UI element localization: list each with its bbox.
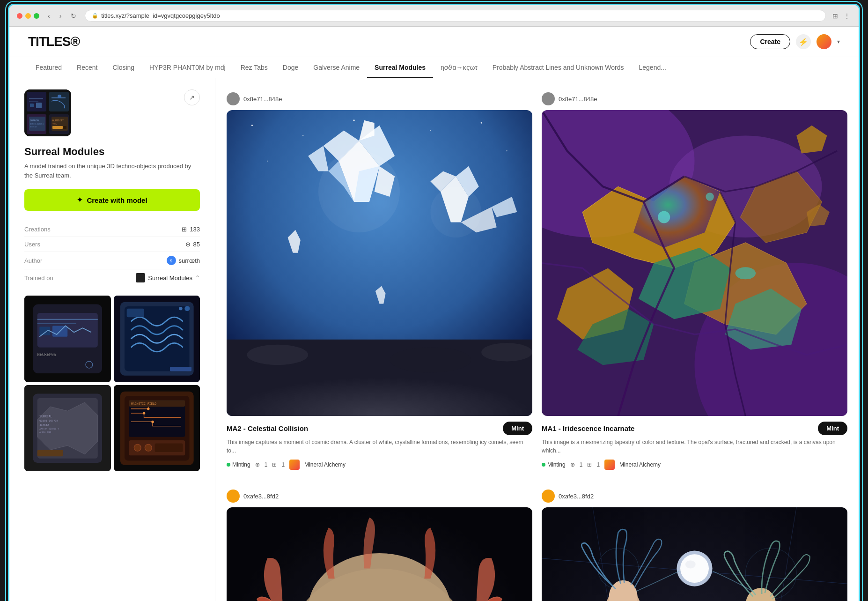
trained-label: Trained on <box>24 275 53 282</box>
creations-icon: ⊞ <box>182 226 187 233</box>
card-2-mint-button[interactable]: Mint <box>818 422 847 435</box>
user-menu-chevron[interactable]: ▾ <box>837 38 840 45</box>
card-1-avatar <box>227 92 240 105</box>
svg-text:03503.067754: 03503.067754 <box>30 123 44 125</box>
user-avatar[interactable] <box>817 34 831 49</box>
card-2-title-row: MA1 - Iridescence Incarnate Mint <box>542 422 847 435</box>
card-2-description: This image is a mesmerizing tapestry of … <box>542 438 847 455</box>
trained-value: Surreal Modules ⌃ <box>136 273 200 282</box>
sidebar-grid-item-1[interactable]: NECREP0S <box>24 296 111 382</box>
sidebar-toggle[interactable]: ⋮ <box>843 11 851 21</box>
svg-point-101 <box>685 560 696 568</box>
svg-point-56 <box>145 444 152 451</box>
card-2-collection: Mineral Alchemy <box>619 461 661 468</box>
forward-button[interactable]: › <box>57 11 65 21</box>
create-model-button[interactable]: ✦ Create with model <box>24 189 200 211</box>
app-logo: TITLES® <box>28 34 80 49</box>
create-header-button[interactable]: Create <box>750 34 790 49</box>
mint-status-dot <box>227 463 230 467</box>
card-4-svg <box>542 507 847 601</box>
card-4-image-area[interactable] <box>542 507 847 601</box>
browser-chrome: ‹ › ↻ 🔒 titles.xyz/?sample_id=vgvqtgcoep… <box>9 5 859 27</box>
card-1-collection-thumb <box>289 460 300 470</box>
svg-text:AAFYAN.DEC000.Y: AAFYAN.DEC000.Y <box>39 428 59 430</box>
svg-rect-7 <box>30 104 34 107</box>
nav-item-galverse[interactable]: Galverse Anime <box>306 57 367 78</box>
card-1-minting-badge: Minting <box>227 461 250 468</box>
refresh-button[interactable]: ↻ <box>68 11 79 21</box>
tab-new-button[interactable]: ⊞ <box>831 11 839 21</box>
svg-rect-8 <box>36 103 42 108</box>
card-2-title: MA1 - Iridescence Incarnate <box>542 424 634 432</box>
svg-text:AFAN: 819: AFAN: 819 <box>39 431 51 433</box>
nav-item-closing[interactable]: Closing <box>105 57 142 78</box>
card-2-image-area[interactable] <box>542 110 847 416</box>
card-2-svg <box>542 110 847 416</box>
svg-text:SURREAL: SURREAL <box>39 415 52 418</box>
card-1-svg <box>227 110 532 416</box>
close-dot[interactable] <box>17 13 22 19</box>
url-text: titles.xyz/?sample_id=vgvqtgcoepgigey5lt… <box>101 12 220 19</box>
browser-nav: ‹ › ↻ <box>45 11 79 21</box>
card-4-user: 0xafe3...8fd2 <box>542 485 847 507</box>
nav-item-surreal[interactable]: Surreal Modules <box>367 57 433 78</box>
nav-item-doge[interactable]: Doge <box>275 57 306 78</box>
card-4-avatar <box>542 490 555 503</box>
back-button[interactable]: ‹ <box>45 11 53 21</box>
card-1-mint-button[interactable]: Mint <box>503 422 532 435</box>
sidebar-grid-item-3[interactable]: SURREAL 03503.067734 434642 AAFYAN.DEC00… <box>24 385 111 472</box>
card-2-status: Minting <box>547 461 566 468</box>
svg-rect-92 <box>227 507 532 601</box>
nav-item-rez[interactable]: Rez Tabs <box>233 57 275 78</box>
svg-text:434642: 434642 <box>30 126 37 128</box>
minimize-dot[interactable] <box>25 13 31 19</box>
card-2-body: MA1 - Iridescence Incarnate Mint This im… <box>542 416 847 475</box>
lightning-icon-button[interactable]: ⚡ <box>796 34 811 49</box>
card-2-forks: 1 <box>596 461 600 468</box>
share-button[interactable]: ↗ <box>184 89 200 105</box>
browser-window: ‹ › ↻ 🔒 titles.xyz/?sample_id=vgvqtgcoep… <box>8 4 860 601</box>
create-model-label: Create with model <box>87 196 147 204</box>
sparkle-icon: ✦ <box>77 196 83 204</box>
trained-thumb <box>136 273 145 282</box>
collapse-button[interactable]: ⌃ <box>195 275 200 281</box>
sidebar-image-grid: NECREP0S <box>24 296 200 471</box>
app-nav: Featured Recent Closing HYP3R PHANT0M by… <box>9 57 859 78</box>
card-celestial: 0x8e71...848e <box>227 88 532 475</box>
nav-item-recent[interactable]: Recent <box>69 57 105 78</box>
card-2-like-icon: ⊕ <box>570 461 575 468</box>
card-4-username: 0xafe3...8fd2 <box>559 493 594 500</box>
svg-point-67 <box>247 345 309 365</box>
card-2-meta: Minting ⊕ 1 ⊞ 1 Mineral Alchemy <box>542 460 847 470</box>
card-iridescence: 0x8e71...848e <box>542 88 847 475</box>
grid-image-3-svg: SURREAL 03503.067734 434642 AAFYAN.DEC00… <box>24 385 111 472</box>
svg-point-71 <box>430 186 481 237</box>
card-3-image-area[interactable] <box>227 507 532 601</box>
users-value: ⊕ 85 <box>185 241 200 248</box>
card-2-collection-thumb <box>604 460 615 470</box>
nav-item-hyp3r[interactable]: HYP3R PHANT0M by mdj <box>142 57 233 78</box>
card-2-fork-icon: ⊞ <box>587 461 592 468</box>
card-skull: 0xafe3...8fd2 <box>227 485 532 601</box>
svg-point-70 <box>318 151 400 232</box>
card-1-body: MA2 - Celestial Collision Mint This imag… <box>227 416 532 475</box>
maximize-dot[interactable] <box>34 13 39 19</box>
sidebar-grid-item-2[interactable] <box>114 296 200 382</box>
browser-actions: ⊞ ⋮ <box>831 11 851 21</box>
svg-rect-35 <box>169 367 191 371</box>
card-1-image-area[interactable] <box>227 110 532 416</box>
nav-item-featured[interactable]: Featured <box>28 57 69 78</box>
users-label: Users <box>24 241 40 248</box>
address-bar[interactable]: 🔒 titles.xyz/?sample_id=vgvqtgcoepgigey5… <box>85 10 826 22</box>
author-stat: Author s surrœth <box>24 252 200 269</box>
main-layout: SURREAL 03503.067754 434642 HUMIDITY 75%… <box>9 78 859 601</box>
nav-item-greek[interactable]: ησϑα→κϛωτ <box>433 57 485 78</box>
card-3-svg <box>227 507 532 601</box>
card-1-likes: 1 <box>265 461 268 468</box>
nav-item-legend[interactable]: Legend... <box>632 57 674 78</box>
nav-item-abstract[interactable]: Probably Abstract Lines and Unknown Word… <box>485 57 632 78</box>
svg-rect-25 <box>39 326 50 335</box>
model-thumb-svg: SURREAL 03503.067754 434642 HUMIDITY 75% <box>24 89 71 136</box>
sidebar-grid-item-4[interactable]: MAGNETIC FIELD <box>114 385 200 472</box>
creations-stat: Creations ⊞ 133 <box>24 222 200 237</box>
